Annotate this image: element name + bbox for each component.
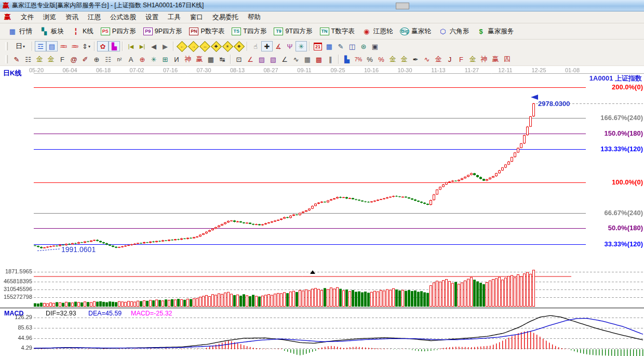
menu-帮助[interactable]: 帮助: [243, 12, 265, 23]
tool-f-lines-button[interactable]: F: [57, 54, 68, 64]
toolbar-hexagon-button[interactable]: ⬡六角形: [435, 26, 473, 37]
tool-percent-button[interactable]: %: [364, 54, 375, 64]
menu-交易委托[interactable]: 交易委托: [208, 12, 243, 23]
tool-angle-lines-button[interactable]: ∠: [279, 54, 290, 64]
tool-f-angle-button[interactable]: F: [455, 54, 467, 64]
tool-gann-expand-8way-button[interactable]: ✳: [222, 41, 233, 51]
menu-文件[interactable]: 文件: [16, 12, 38, 23]
tool-box-tool-button[interactable]: ⊡: [233, 54, 245, 64]
tool-circle-grid-button[interactable]: ⊕: [91, 54, 102, 64]
tool-gann-pattern-button[interactable]: ✿: [97, 41, 109, 51]
tool-wave-4-button[interactable]: И: [171, 54, 182, 64]
tool-span-arrows-button[interactable]: ↹: [217, 54, 228, 64]
menu-公式选股[interactable]: 公式选股: [105, 12, 141, 23]
toolbar-t-number-button[interactable]: TNT数字表: [316, 26, 358, 37]
tool-marker-pen-button[interactable]: ✐: [79, 54, 91, 64]
tool-wave-3-button[interactable]: ♒3: [58, 41, 69, 51]
tool-prev-bar-button[interactable]: ◀: [148, 41, 159, 51]
tool-j-angle-button[interactable]: J: [444, 54, 455, 64]
tool-ying-tool-button[interactable]: 赢: [194, 54, 205, 64]
tool-wheel-star-button[interactable]: ✳: [148, 54, 159, 64]
menu-浏览[interactable]: 浏览: [38, 12, 61, 23]
tool-gold-lines-button[interactable]: 金: [398, 54, 410, 64]
tool-percent-chart-button[interactable]: ▙: [341, 54, 353, 64]
toolbar-quotes-button[interactable]: ▦行情: [4, 26, 36, 37]
tool-gold-grid-2-button[interactable]: 金: [45, 54, 57, 64]
tool-gold-angle-button[interactable]: 金: [467, 54, 478, 64]
tool-shaded-box-button[interactable]: ▧: [267, 54, 279, 64]
toolbar-grip[interactable]: [5, 55, 8, 63]
tool-grid-b-button[interactable]: ▩: [313, 54, 325, 64]
tool-shen-angle-button[interactable]: 神: [478, 54, 490, 64]
tool-net-update-button[interactable]: ⊛: [358, 41, 369, 51]
menu-窗口[interactable]: 窗口: [185, 12, 208, 23]
tool-calendar-button[interactable]: 21: [312, 41, 324, 51]
tool-fan-lines-button[interactable]: ∠: [245, 54, 256, 64]
menu-设置[interactable]: 设置: [141, 12, 163, 23]
macd-header: MACD DIF=32.93 DEA=45.59 MACD=-25.32: [0, 310, 260, 317]
tool-angle-measure-tool-button[interactable]: ∡: [273, 41, 284, 51]
tool-volume-profile-button[interactable]: ▙: [109, 41, 120, 51]
toolbar-p-number-button[interactable]: PNP数字表: [185, 26, 228, 37]
tool-spiral-button[interactable]: @: [68, 54, 79, 64]
tool-v-wave-button[interactable]: ∿: [290, 54, 302, 64]
tool-ruler-grid-button[interactable]: ▦: [205, 54, 217, 64]
tool-last-bar-button[interactable]: ▶|: [137, 41, 148, 51]
tool-wave-9-button[interactable]: ♒9: [69, 41, 81, 51]
tool-gann-pen-button[interactable]: ✎: [11, 54, 22, 64]
tool-gann-shift-left-button[interactable]: ←: [176, 41, 187, 51]
toolbar-9t-square-button[interactable]: T99T四方形: [270, 26, 316, 37]
tool-pattern-window-button[interactable]: ☲: [35, 41, 46, 51]
tool-save-button[interactable]: ◫: [346, 41, 358, 51]
tool-gann-expand-all-button[interactable]: ❖: [233, 41, 245, 51]
toolbar-grip[interactable]: [5, 42, 8, 50]
macd-bar-value: MACD=-25.32: [131, 310, 172, 317]
tool-gold-grid-1-button[interactable]: 金: [34, 54, 45, 64]
tool-hand-tool-button[interactable]: ☝: [250, 41, 261, 51]
toolbar-winner-service-button[interactable]: $赢家服务: [473, 26, 517, 37]
toolbar-winner-wheel-button[interactable]: Big赢家轮: [396, 26, 435, 37]
tool-gann-expand-h-button[interactable]: ↔: [199, 41, 210, 51]
tool-a-line-button[interactable]: A: [125, 54, 137, 64]
tool-smart-analysis-button[interactable]: ✳: [296, 41, 307, 51]
toolbar-9p-square-button[interactable]: P99P四方形: [140, 26, 186, 37]
tool-shen-tool-button[interactable]: 神: [182, 54, 194, 64]
tool-square-grid-button[interactable]: ⊞: [159, 54, 171, 64]
tool-gold-red-button[interactable]: 金: [433, 54, 444, 64]
tool-si-angle-button[interactable]: 四: [501, 54, 513, 64]
tool-notes-button[interactable]: ✎: [335, 41, 346, 51]
tool-gann-shift-right-button[interactable]: →: [187, 41, 199, 51]
tool-grid-a-button[interactable]: ▦: [302, 54, 313, 64]
menu-资讯[interactable]: 资讯: [61, 12, 83, 23]
menu-工具[interactable]: 工具: [163, 12, 185, 23]
toolbar-sectors-button[interactable]: ▚板块: [36, 26, 68, 37]
tool-n-square-button[interactable]: n²: [114, 54, 125, 64]
tool-next-bar-button[interactable]: ▶: [159, 41, 171, 51]
tool-flag-pen-button[interactable]: ✒: [410, 54, 421, 64]
tool-gann-mark-tool-button[interactable]: Ψ: [284, 41, 296, 51]
tool-parallel-lines-button[interactable]: ∥: [325, 54, 336, 64]
tool-seven-percent-button[interactable]: 7%: [353, 54, 364, 64]
tool-gann-expand-4way-button[interactable]: ✚: [210, 41, 222, 51]
toolbar-gann-wheel-button[interactable]: ◉江恩轮: [358, 26, 397, 37]
titlebar-button[interactable]: [396, 3, 409, 9]
tool-dense-lines-button[interactable]: ☷: [102, 54, 114, 64]
tool-candle-style-dropdown-button[interactable]: ⇕▾: [81, 41, 92, 51]
tool-gold-circle-button[interactable]: 金: [387, 54, 398, 64]
tool-ying-angle-button[interactable]: 赢: [490, 54, 501, 64]
tool-first-bar-button[interactable]: |◀: [125, 41, 137, 51]
tool-system-info-button[interactable]: ▣: [369, 41, 381, 51]
toolbar-kline-button[interactable]: ╏K线: [68, 26, 97, 37]
tool-target-circle-button[interactable]: ⊕: [137, 54, 148, 64]
tool-a-wave-button[interactable]: ∿: [421, 54, 433, 64]
tool-info-list-button[interactable]: ▤: [46, 41, 58, 51]
menu-江恩[interactable]: 江恩: [83, 12, 105, 23]
toolbar-p-square-button[interactable]: PSP四方形: [97, 26, 140, 37]
tool-calculator-button[interactable]: ▦: [324, 41, 335, 51]
tool-percent-lines-button[interactable]: %: [375, 54, 387, 64]
tool-fan-box-button[interactable]: ▨: [256, 54, 267, 64]
toolbar-t-square-button[interactable]: TST四方形: [228, 26, 270, 37]
tool-crosshair-tool-button[interactable]: ✚: [261, 41, 273, 51]
tool-period-day-dropdown-button[interactable]: 日▾: [11, 41, 30, 51]
tool-price-lines-button[interactable]: ☷: [22, 54, 34, 64]
